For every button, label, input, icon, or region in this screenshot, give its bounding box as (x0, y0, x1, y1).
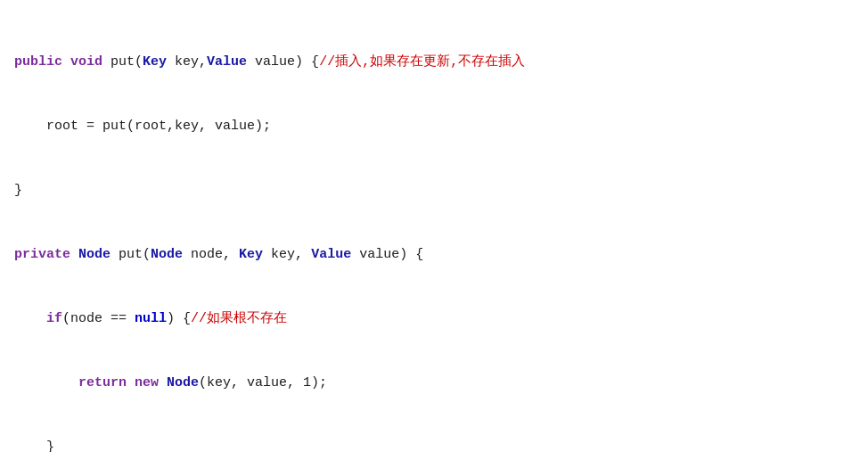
line-5: if(node == null) {//如果根不存在 (14, 308, 854, 330)
line-6: return new Node(key, value, 1); (14, 373, 854, 394)
line-2: root = put(root,key, value); (14, 116, 854, 137)
line-3: } (14, 180, 854, 201)
code-container: public void put(Key key,Value value) {//… (14, 9, 854, 452)
line-7: } (14, 437, 854, 452)
line-4: private Node put(Node node, Key key, Val… (14, 244, 854, 266)
line-1: public void put(Key key,Value value) {//… (14, 52, 854, 73)
